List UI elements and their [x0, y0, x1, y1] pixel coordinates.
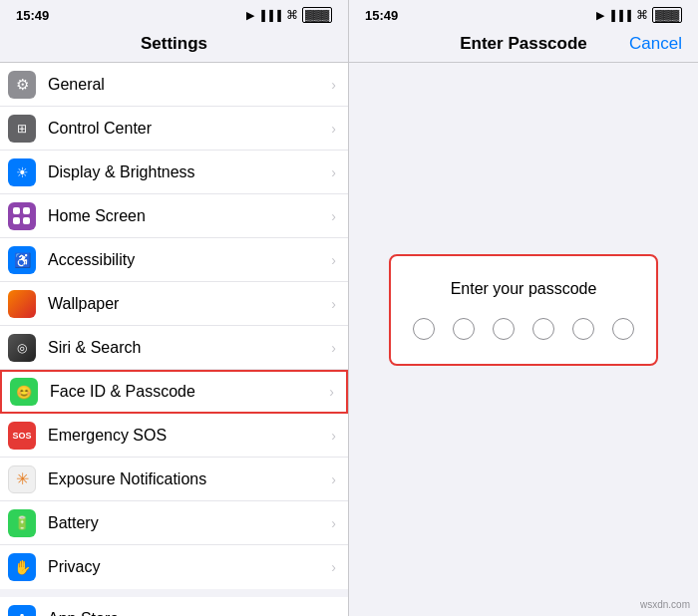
settings-item-appstore[interactable]: A App Store › [0, 597, 348, 616]
settings-section-1: ⚙ General › ⊞ Control Center › ☀ Display… [0, 63, 348, 589]
accessibility-chevron: › [331, 252, 336, 268]
settings-item-accessibility[interactable]: ♿ Accessibility › [0, 238, 348, 282]
wallpaper-icon: 🌅 [8, 290, 36, 318]
appstore-label: App Store [48, 610, 327, 617]
battery-icon-right: ▓▓▓ [652, 7, 682, 23]
passcode-panel: 15:49 ▶ ▐▐▐ ⌘ ▓▓▓ Enter Passcode Cancel … [349, 0, 698, 616]
wallpaper-label: Wallpaper [48, 295, 327, 313]
accessibility-icon: ♿ [8, 246, 36, 274]
control-center-chevron: › [331, 121, 336, 137]
siri-chevron: › [331, 340, 336, 356]
watermark: wsxdn.com [640, 599, 690, 610]
home-screen-icon [8, 202, 36, 230]
passcode-title-bar: Enter Passcode Cancel [349, 28, 698, 62]
status-bar-right: 15:49 ▶ ▐▐▐ ⌘ ▓▓▓ [349, 0, 698, 28]
settings-item-exposure[interactable]: ✳ Exposure Notifications › [0, 458, 348, 501]
home-screen-chevron: › [331, 208, 336, 224]
passcode-dot-1 [413, 318, 435, 340]
battery-icon: 🔋 [8, 509, 36, 537]
home-screen-label: Home Screen [48, 207, 327, 225]
settings-section-2: A App Store › 💳 Wallet & Apple Pay › [0, 597, 348, 616]
privacy-chevron: › [331, 559, 336, 575]
wifi-icon: ⌘ [286, 8, 298, 22]
passcode-dot-6 [612, 318, 634, 340]
battery-chevron: › [331, 515, 336, 531]
exposure-chevron: › [331, 471, 336, 487]
status-icons-right: ▶ ▐▐▐ ⌘ ▓▓▓ [596, 7, 682, 23]
passcode-prompt: Enter your passcode [451, 280, 597, 298]
cancel-button[interactable]: Cancel [629, 34, 682, 54]
siri-icon: ◎ [8, 334, 36, 362]
display-chevron: › [331, 164, 336, 180]
battery-label: Battery [48, 514, 327, 532]
wifi-icon-right: ⌘ [636, 8, 648, 22]
siri-label: Siri & Search [48, 339, 327, 357]
status-bar-left: 15:49 ▶ ▐▐▐ ⌘ ▓▓▓ [0, 0, 348, 28]
exposure-icon: ✳ [8, 465, 36, 493]
display-icon: ☀ [8, 158, 36, 186]
signal-icon-right: ▐▐▐ [608, 10, 632, 21]
passcode-dot-3 [493, 318, 515, 340]
sos-icon: SOS [8, 422, 36, 450]
passcode-dot-2 [453, 318, 475, 340]
settings-item-home-screen[interactable]: Home Screen › [0, 194, 348, 238]
settings-item-faceid[interactable]: 😊 Face ID & Passcode › [0, 370, 348, 414]
location-icon-right: ▶ [596, 9, 604, 22]
time-right: 15:49 [365, 8, 398, 23]
general-icon: ⚙ [8, 71, 36, 99]
accessibility-label: Accessibility [48, 251, 327, 269]
appstore-icon: A [8, 605, 36, 617]
time-left: 15:49 [16, 8, 49, 23]
settings-title: Settings [0, 28, 348, 62]
faceid-icon: 😊 [10, 378, 38, 406]
settings-item-privacy[interactable]: ✋ Privacy › [0, 545, 348, 589]
location-icon: ▶ [246, 9, 254, 22]
settings-item-battery[interactable]: 🔋 Battery › [0, 501, 348, 545]
general-label: General [48, 76, 327, 94]
signal-icon: ▐▐▐ [258, 10, 282, 21]
passcode-dots [413, 318, 634, 340]
sos-chevron: › [331, 428, 336, 444]
passcode-dot-4 [532, 318, 554, 340]
passcode-content: Enter your passcode [349, 63, 698, 616]
faceid-chevron: › [329, 384, 334, 400]
wallpaper-chevron: › [331, 296, 336, 312]
privacy-icon: ✋ [8, 553, 36, 581]
battery-icon: ▓▓▓ [302, 7, 332, 23]
appstore-chevron: › [331, 611, 336, 617]
settings-item-general[interactable]: ⚙ General › [0, 63, 348, 107]
control-center-label: Control Center [48, 120, 327, 138]
control-center-icon: ⊞ [8, 115, 36, 143]
settings-item-siri[interactable]: ◎ Siri & Search › [0, 326, 348, 370]
privacy-label: Privacy [48, 558, 327, 576]
settings-list: ⚙ General › ⊞ Control Center › ☀ Display… [0, 63, 348, 616]
passcode-box: Enter your passcode [389, 254, 658, 366]
settings-item-display[interactable]: ☀ Display & Brightness › [0, 151, 348, 194]
display-label: Display & Brightness [48, 163, 327, 181]
sos-label: Emergency SOS [48, 427, 327, 445]
status-icons-left: ▶ ▐▐▐ ⌘ ▓▓▓ [246, 7, 332, 23]
passcode-dot-5 [572, 318, 594, 340]
settings-item-sos[interactable]: SOS Emergency SOS › [0, 414, 348, 458]
settings-item-wallpaper[interactable]: 🌅 Wallpaper › [0, 282, 348, 326]
faceid-label: Face ID & Passcode [50, 383, 325, 401]
exposure-label: Exposure Notifications [48, 470, 327, 488]
settings-panel: 15:49 ▶ ▐▐▐ ⌘ ▓▓▓ Settings ⚙ General › ⊞… [0, 0, 349, 616]
settings-item-control-center[interactable]: ⊞ Control Center › [0, 107, 348, 151]
general-chevron: › [331, 77, 336, 93]
